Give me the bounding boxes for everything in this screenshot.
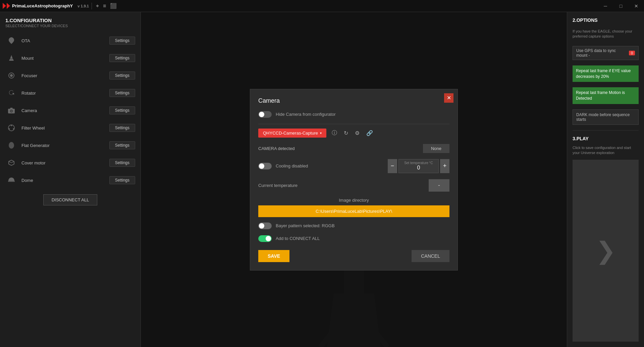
current-temp-label: Current temperature — [258, 183, 425, 188]
camera-refresh-icon[interactable]: ↻ — [342, 129, 350, 138]
focuser-icon — [5, 69, 17, 82]
bayer-toggle[interactable] — [258, 222, 272, 229]
svg-point-6 — [11, 125, 12, 126]
settings-button-focuser[interactable]: Settings — [109, 71, 135, 80]
disconnect-all-button[interactable]: DISCONNECT ALL — [43, 194, 98, 205]
play-preview[interactable]: ❯ — [573, 160, 639, 342]
current-temp-row: Current temperature - — [258, 179, 449, 192]
camera-detected-row: CAMERA detected None — [258, 144, 449, 153]
settings-button-filter-wheel[interactable]: Settings — [109, 124, 135, 132]
device-name-rotator: Rotator — [21, 91, 105, 96]
mount-icon — [5, 52, 17, 64]
sidebar: 1.CONFIGURATION SELECT/CONNECT YOUR DEVI… — [0, 12, 141, 347]
settings-button-camera[interactable]: Settings — [109, 106, 135, 114]
svg-point-7 — [13, 128, 14, 130]
save-button[interactable]: SAVE — [258, 250, 289, 262]
image-dir-label: Image directory — [258, 198, 449, 203]
camera-selector-button[interactable]: QHYCCD-Cameras-Capture ▾ — [258, 129, 326, 138]
connect-all-toggle[interactable] — [258, 235, 272, 242]
right-panel: 2.OPTIONS If you have the EAGLE, choose … — [567, 12, 644, 347]
device-row-cover-motor: Cover motor Settings — [0, 154, 141, 171]
sidebar-subtitle: SELECT/CONNECT YOUR DEVICES — [0, 24, 141, 32]
device-row-ota: OTA Settings — [0, 32, 141, 49]
settings-button-ota[interactable]: Settings — [109, 37, 135, 45]
temp-decrease-button[interactable]: − — [388, 159, 397, 173]
gps-badge: 0 — [629, 51, 635, 55]
main-layout: 1.CONFIGURATION SELECT/CONNECT YOUR DEVI… — [0, 12, 644, 347]
repeat-motion-label: Repeat last frame Motion is Detected — [576, 90, 625, 101]
device-name-ota: OTA — [21, 38, 105, 43]
ota-icon — [5, 35, 17, 47]
hide-camera-label: Hide Camera from configurator — [276, 112, 335, 117]
temp-increase-button[interactable]: + — [440, 159, 449, 173]
maximize-button[interactable]: □ — [613, 0, 629, 12]
camera-info-icon[interactable]: ⓘ — [330, 128, 338, 138]
dark-mode-block: DARK mode before sequence starts — [573, 109, 639, 125]
titlebar-separator — [92, 3, 92, 9]
play-title: 3.PLAY — [573, 136, 639, 141]
settings-button-dome[interactable]: Settings — [109, 176, 135, 184]
camera-modal: Camera ✕ Hide Camera from configurator Q… — [250, 89, 458, 270]
modal-footer: SAVE CANCEL — [258, 250, 449, 262]
device-row-focuser: Focuser Settings — [0, 67, 141, 84]
options-desc: If you have the EAGLE, choose your prefe… — [573, 29, 639, 39]
camera-selector-label: QHYCCD-Cameras-Capture — [263, 131, 318, 136]
image-dir-section: Image directory — [258, 198, 449, 217]
play-logo-icon — [3, 3, 10, 9]
settings-button-flat-generator[interactable]: Settings — [109, 141, 135, 149]
titlebar: PrimaLuceAstrophotographY v 1.9.1 ⌖ ≡ ⬛ … — [0, 0, 644, 12]
camera-selector-row: QHYCCD-Cameras-Capture ▾ ⓘ ↻ ⚙ 🔗 — [258, 128, 449, 138]
camera-settings-icon[interactable]: ⚙ — [354, 129, 361, 138]
cancel-button[interactable]: CANCEL — [412, 250, 449, 262]
app-logo: PrimaLuceAstrophotographY v 1.9.1 — [3, 3, 89, 9]
temp-input: Set temperature °C 0 — [398, 159, 439, 173]
app-version: v 1.9.1 — [77, 4, 89, 8]
camera-link-icon[interactable]: 🔗 — [365, 129, 374, 138]
camera-selector-arrow-icon: ▾ — [320, 131, 322, 135]
modal-close-button[interactable]: ✕ — [444, 93, 453, 103]
window-controls: ─ □ ✕ — [598, 0, 644, 12]
minimize-button[interactable]: ─ — [598, 0, 613, 12]
device-row-dome: Dome Settings — [0, 171, 141, 189]
device-name-mount: Mount — [21, 56, 105, 61]
cooling-label: Cooling disabled — [276, 163, 308, 168]
svg-point-1 — [10, 74, 13, 77]
connect-all-label: Add to CONNECT ALL — [276, 236, 320, 241]
device-row-flat-generator: Flat Generator Settings — [0, 137, 141, 154]
settings-button-rotator[interactable]: Settings — [109, 89, 135, 97]
close-button[interactable]: ✕ — [629, 0, 644, 12]
filter-wheel-icon — [5, 122, 17, 134]
play-desc: Click to save configuration and start yo… — [573, 145, 639, 156]
dome-icon — [5, 174, 17, 186]
camera-detected-label: CAMERA detected — [258, 146, 419, 151]
rotator-icon — [5, 87, 17, 99]
gps-label: Use GPS data to sync mount - — [576, 48, 626, 58]
hide-camera-toggle[interactable] — [258, 111, 272, 118]
modal-overlay: Camera ✕ Hide Camera from configurator Q… — [141, 12, 567, 347]
device-name-dome: Dome — [21, 178, 105, 183]
cover-motor-icon — [5, 157, 17, 169]
device-name-focuser: Focuser — [21, 73, 105, 78]
device-row-filter-wheel: Filter Wheel Settings — [0, 119, 141, 137]
center-area: Camera ✕ Hide Camera from configurator Q… — [141, 12, 567, 347]
cursor-icon[interactable]: ⌖ — [96, 3, 99, 9]
settings-button-cover-motor[interactable]: Settings — [109, 159, 135, 167]
device-name-cover-motor: Cover motor — [21, 160, 105, 165]
sidebar-title: 1.CONFIGURATION — [0, 17, 141, 24]
cooling-row: Cooling disabled − Set temperature °C 0 … — [258, 159, 449, 173]
device-name-camera: Camera — [21, 108, 105, 113]
save-icon[interactable]: ⬛ — [110, 3, 117, 9]
settings-button-mount[interactable]: Settings — [109, 54, 135, 62]
device-name-flat-generator: Flat Generator — [21, 143, 105, 148]
temp-value: 0 — [417, 165, 420, 171]
camera-icon — [5, 104, 17, 116]
current-temp-display: - — [429, 179, 449, 192]
settings-icon[interactable]: ≡ — [103, 3, 106, 9]
connect-all-row: Add to CONNECT ALL — [258, 235, 449, 242]
image-dir-input[interactable] — [258, 205, 449, 217]
hide-camera-row: Hide Camera from configurator — [258, 111, 449, 118]
play-arrow-icon: ❯ — [596, 237, 616, 265]
cooling-toggle[interactable] — [258, 163, 272, 169]
modal-title: Camera — [258, 97, 449, 104]
none-button[interactable]: None — [423, 144, 449, 153]
